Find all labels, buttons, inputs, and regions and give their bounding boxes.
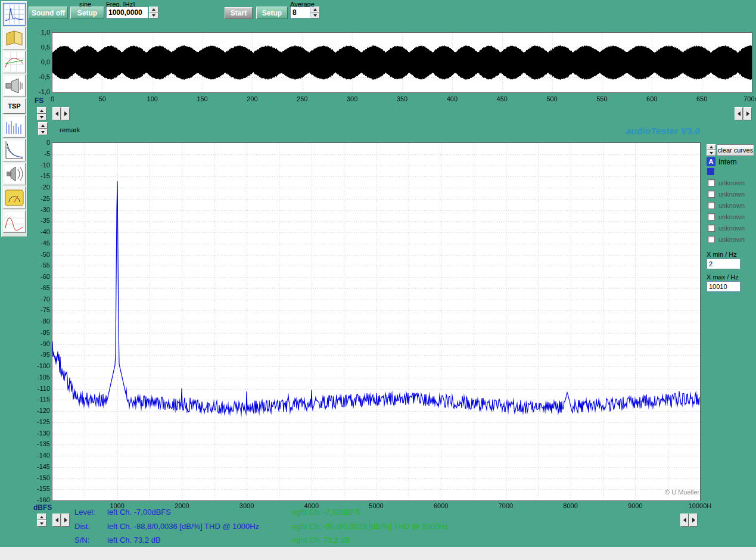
fft-y-tick: -95: [26, 351, 50, 358]
scope-scroll-right-end-button[interactable]: [743, 107, 752, 120]
intern-color-chip: [707, 168, 714, 175]
frequency-spin-up[interactable]: [149, 7, 158, 13]
scope-scale-up[interactable]: [37, 107, 46, 114]
fft-x-tick: 9000: [628, 502, 642, 509]
distortion-tool-button[interactable]: [3, 210, 26, 233]
fft-x-tick: 10000H: [689, 502, 712, 509]
curve-2-label: unknown: [718, 191, 745, 198]
right-arrow-icon: [64, 518, 67, 522]
average-spin-up[interactable]: [310, 7, 320, 13]
scope-x-tick: 400: [447, 95, 458, 102]
fft-y-tick: -80: [26, 318, 50, 325]
scope-y-tick: 0,5: [26, 43, 50, 51]
xmax-input[interactable]: [707, 281, 741, 292]
scope-x-tick: 700m: [743, 95, 756, 102]
remark-label[interactable]: remark: [60, 126, 80, 133]
down-arrow-icon: [40, 116, 43, 119]
help-pages-tool-button[interactable]: [3, 27, 26, 49]
scope-scroll-left-button[interactable]: [52, 107, 61, 120]
average-input[interactable]: [290, 7, 310, 18]
frequency-response-icon: [4, 52, 24, 72]
scope-scroll-right-button[interactable]: [61, 107, 70, 120]
impedance-tool-button[interactable]: [3, 74, 26, 97]
xmin-input[interactable]: [707, 259, 741, 269]
fft-scale-spinner[interactable]: [37, 514, 46, 527]
down-arrow-icon: [40, 522, 43, 525]
left-arrow-icon: [55, 111, 58, 116]
fft-y-tick: -55: [26, 262, 50, 269]
curve-4-checkbox[interactable]: [708, 213, 715, 220]
curve-6-checkbox[interactable]: [708, 236, 715, 243]
curve-1-checkbox[interactable]: [708, 179, 715, 186]
curve-1-label: unknown: [718, 179, 745, 186]
scope-scroll-left-end-button[interactable]: [735, 107, 743, 120]
curve-3-checkbox[interactable]: [708, 202, 715, 209]
curve-5-checkbox[interactable]: [708, 225, 715, 232]
remark-spinner[interactable]: [38, 122, 48, 135]
fft-y-tick: -10: [26, 161, 50, 169]
curve-select-up[interactable]: [707, 144, 716, 150]
remark-spin-up[interactable]: [38, 122, 48, 129]
scope-scale-spinner[interactable]: [37, 107, 46, 120]
fft-analyzer-tool-button[interactable]: [3, 3, 26, 26]
generator-setup-button[interactable]: Setup: [70, 7, 104, 19]
fft-scale-down[interactable]: [37, 520, 46, 527]
curve-2-checkbox[interactable]: [708, 191, 715, 198]
scope-scale-down[interactable]: [37, 114, 46, 120]
sn-right-value: right Ch. 73,2 dB: [292, 536, 350, 545]
oscilloscope-canvas: [52, 33, 752, 92]
sound-off-button[interactable]: Sound off: [29, 7, 68, 19]
sn-label: S/N:: [74, 536, 89, 545]
fft-y-tick: -45: [26, 239, 50, 247]
frequency-spin-down[interactable]: [149, 13, 158, 18]
fft-y-tick: -15: [26, 172, 50, 179]
scope-y-tick: 1,0: [26, 29, 50, 36]
scope-x-tick: 450: [497, 95, 508, 102]
down-arrow-icon: [152, 14, 155, 17]
tsp-label: TSP: [8, 102, 20, 110]
fft-y-tick: -65: [26, 284, 50, 291]
fft-y-tick: -125: [26, 418, 50, 425]
start-button[interactable]: Start: [225, 7, 253, 19]
gauge-icon: [4, 188, 24, 208]
average-spinner[interactable]: [310, 7, 320, 18]
loudspeaker-tool-button[interactable]: [3, 163, 26, 185]
fft-scroll-right-button[interactable]: [61, 514, 70, 527]
book-icon: [4, 28, 24, 48]
scope-x-tick: 600: [646, 95, 657, 102]
average-spin-down[interactable]: [310, 13, 320, 18]
level-meter-tool-button[interactable]: [3, 186, 26, 209]
distortion-curve-icon: [4, 211, 24, 232]
fft-y-tick: -140: [26, 452, 50, 459]
step-response-tool-button[interactable]: [3, 139, 26, 161]
intern-curve-label: Intern: [718, 158, 737, 166]
curve-select-down[interactable]: [707, 150, 716, 156]
scope-x-tick: 650: [696, 95, 707, 102]
channel-a-badge[interactable]: A: [707, 157, 715, 166]
fft-y-tick: -30: [26, 206, 50, 213]
fft-y-tick: -115: [26, 396, 50, 403]
fft-scroll-left-button[interactable]: [52, 514, 61, 527]
fft-scale-up[interactable]: [37, 514, 46, 520]
fft-y-tick: -25: [26, 195, 50, 202]
curve-select-spinner[interactable]: [707, 144, 716, 156]
remark-spin-down[interactable]: [38, 129, 48, 135]
fft-scroll-right-end-button[interactable]: [689, 514, 698, 527]
down-arrow-icon: [710, 152, 713, 154]
waterfall-tool-button[interactable]: [3, 115, 26, 138]
frequency-input[interactable]: [106, 7, 148, 18]
analyzer-setup-button[interactable]: Setup: [256, 7, 288, 19]
fft-y-tick: -5: [26, 150, 50, 157]
tsp-measurement-tool-button[interactable]: TSP: [3, 98, 26, 114]
scope-y-tick: -0,5: [26, 73, 50, 80]
fft-scroll-left-end-button[interactable]: [680, 514, 689, 527]
frequency-response-tool-button[interactable]: [3, 51, 26, 73]
fft-analyzer-icon: [4, 4, 24, 24]
clear-curves-button[interactable]: clear curves: [717, 144, 754, 156]
status-bar: Out: 48000Hz float | Lautsprecher (High …: [0, 547, 756, 560]
level-left-value: left Ch. -7,00dBFS: [107, 508, 171, 517]
frequency-spinner[interactable]: [149, 7, 158, 18]
right-arrow-icon: [692, 518, 695, 522]
audiotester-window: sine Freq. [Hz] Average Sound off Setup …: [0, 0, 756, 560]
scope-x-tick: 50: [99, 95, 106, 102]
